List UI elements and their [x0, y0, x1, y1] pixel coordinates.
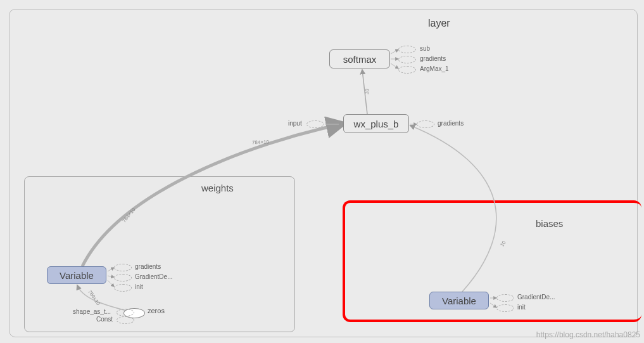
ext-gradients3-label: gradients: [135, 263, 161, 270]
ext-gradientde2-node[interactable]: [496, 294, 514, 302]
ext-gradients-label: gradients: [420, 55, 446, 62]
zeros-label: zeros: [148, 307, 165, 314]
softmax-node[interactable]: softmax: [329, 49, 390, 68]
watermark: https://blog.csdn.net/haha0825: [536, 330, 640, 339]
ext-input-node[interactable]: [306, 120, 324, 128]
ext-const-label: Const: [96, 316, 113, 323]
ext-shape-label: shape_as_t...: [73, 308, 111, 315]
biases-variable-node[interactable]: Variable: [429, 292, 489, 309]
ext-const-node[interactable]: [117, 316, 134, 324]
ext-gradients-node[interactable]: [398, 56, 416, 63]
layer-title: layer: [428, 18, 450, 29]
weights-variable-node[interactable]: Variable: [47, 266, 106, 284]
ext-gradientde2-label: GradientDe...: [517, 294, 555, 301]
biases-highlight: [343, 200, 641, 322]
ext-gradients2-label: gradients: [438, 120, 464, 127]
edge-label-784x10-main: 784×10: [252, 139, 269, 146]
ext-gradients3-node[interactable]: [114, 264, 132, 271]
ext-init2-node[interactable]: [496, 304, 514, 312]
ext-argmax-node[interactable]: [398, 66, 416, 74]
ext-gradients2-node[interactable]: [417, 120, 434, 128]
ext-shape-node[interactable]: [117, 309, 134, 316]
weights-title: weights: [201, 183, 234, 193]
biases-title: biases: [536, 218, 563, 229]
ext-init2-label: init: [517, 304, 526, 311]
ext-gradientde1-label: GradientDe...: [135, 273, 172, 280]
ext-sub-node[interactable]: [398, 46, 416, 53]
wx-plus-b-node[interactable]: wx_plus_b: [343, 114, 409, 133]
ext-init1-node[interactable]: [114, 284, 132, 292]
ext-input-label: input: [288, 120, 302, 127]
edge-label-10-softmax: 10: [363, 88, 370, 94]
ext-argmax-label: ArgMax_1: [420, 65, 449, 72]
ext-sub-label: sub: [420, 45, 430, 52]
ext-gradientde1-node[interactable]: [114, 274, 132, 282]
ext-init1-label: init: [135, 283, 143, 290]
